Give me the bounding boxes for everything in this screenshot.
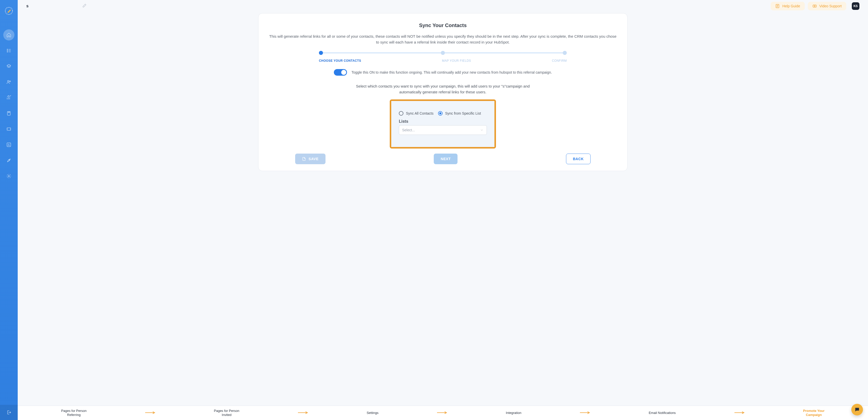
help-guide-button[interactable]: Help Guide — [771, 2, 805, 10]
arrow-icon — [580, 411, 590, 415]
nav-rocket-icon[interactable] — [3, 155, 14, 166]
next-button[interactable]: NEXT — [434, 154, 458, 164]
crumb-integration[interactable]: Integration — [506, 411, 521, 415]
arrow-icon — [298, 411, 308, 415]
svg-rect-25 — [813, 5, 816, 7]
step-label-1: CHOOSE YOUR CONTACTS — [319, 59, 361, 62]
nav-ticket-icon[interactable] — [3, 123, 14, 134]
crumb-settings[interactable]: Settings — [367, 411, 379, 415]
progress-breadcrumb: Pages for Person Referring Pages for Per… — [18, 406, 868, 420]
stepper — [319, 50, 567, 57]
app-logo — [2, 4, 16, 18]
svg-point-6 — [7, 52, 8, 52]
crumb-pages-referring[interactable]: Pages for Person Referring — [61, 409, 87, 417]
campaign-title: s — [26, 4, 29, 8]
svg-point-4 — [7, 50, 8, 51]
radio-dot-unselected — [399, 111, 403, 116]
nav-bookmark-icon[interactable] — [3, 108, 14, 119]
sidebar-nav — [3, 29, 14, 182]
radio-sync-list-label: Sync from Specific List — [445, 111, 481, 115]
page-title: Sync Your Contacts — [266, 23, 620, 28]
radio-sync-list[interactable]: Sync from Specific List — [438, 111, 481, 116]
nav-home-icon[interactable] — [3, 29, 14, 40]
topbar: s Help Guide Video Support KS — [18, 0, 868, 12]
svg-marker-8 — [7, 64, 11, 66]
page-description: This will generate referral links for al… — [268, 33, 617, 45]
sync-card: Sync Your Contacts This will generate re… — [258, 13, 627, 171]
ongoing-toggle[interactable] — [334, 69, 347, 76]
choice-card: Sync All Contacts Sync from Specific Lis… — [391, 101, 494, 147]
content: Sync Your Contacts This will generate re… — [18, 12, 868, 406]
radio-sync-all-label: Sync All Contacts — [406, 111, 433, 115]
svg-point-19 — [9, 160, 10, 160]
radio-dot-selected — [438, 111, 443, 116]
ongoing-toggle-description: Toggle this ON to make this function ong… — [351, 70, 552, 74]
select-contacts-description: Select which contacts you want to sync w… — [347, 83, 539, 95]
svg-rect-14 — [7, 112, 10, 115]
lists-select[interactable]: Select... — [399, 125, 487, 135]
svg-marker-26 — [814, 6, 815, 7]
step-dot-2 — [441, 51, 445, 55]
nav-stack-icon[interactable] — [3, 61, 14, 72]
sidebar — [0, 0, 18, 420]
crumb-email-notifications[interactable]: Email Notifications — [649, 411, 676, 415]
arrow-icon — [145, 411, 155, 415]
arrow-icon — [437, 411, 447, 415]
nav-graph-icon[interactable] — [3, 139, 14, 150]
crumb-pages-invited[interactable]: Pages for Person Invited — [214, 409, 239, 417]
highlighted-choice-box: Sync All Contacts Sync from Specific Lis… — [390, 99, 496, 149]
radio-sync-all[interactable]: Sync All Contacts — [399, 111, 433, 116]
step-labels: CHOOSE YOUR CONTACTS MAP YOUR FIELDS CON… — [319, 59, 567, 62]
svg-point-2 — [7, 49, 8, 50]
save-icon — [302, 157, 306, 161]
step-dot-3 — [563, 51, 567, 55]
action-row: SAVE NEXT BACK — [293, 154, 592, 164]
video-support-label: Video Support — [819, 4, 842, 8]
svg-point-9 — [8, 81, 9, 82]
back-button-label: BACK — [573, 157, 584, 161]
step-label-2: MAP YOUR FIELDS — [442, 59, 471, 62]
step-dot-1 — [319, 51, 323, 55]
ongoing-toggle-row: Toggle this ON to make this function ong… — [266, 69, 620, 76]
nav-exit-icon[interactable] — [0, 405, 18, 420]
back-button[interactable]: BACK — [566, 154, 591, 164]
crumb-promote-campaign[interactable]: Promote Your Campaign — [803, 409, 825, 417]
help-guide-label: Help Guide — [782, 4, 800, 8]
save-button-label: SAVE — [309, 157, 319, 161]
lists-label: Lists — [399, 119, 487, 124]
lists-select-placeholder: Select... — [402, 128, 415, 132]
svg-point-10 — [10, 81, 11, 82]
main: s Help Guide Video Support KS Sync Your … — [18, 0, 868, 420]
step-label-3: CONFIRM — [552, 59, 567, 62]
svg-marker-1 — [7, 9, 11, 13]
nav-analytics-icon[interactable] — [3, 92, 14, 103]
edit-title-icon[interactable] — [82, 3, 87, 9]
chevron-down-icon — [480, 128, 484, 132]
arrow-icon — [735, 411, 745, 415]
video-support-button[interactable]: Video Support — [808, 2, 846, 10]
user-avatar[interactable]: KS — [852, 2, 859, 10]
save-button[interactable]: SAVE — [295, 154, 326, 164]
nav-users-icon[interactable] — [3, 77, 14, 88]
sync-mode-radios: Sync All Contacts Sync from Specific Lis… — [399, 111, 487, 116]
next-button-label: NEXT — [441, 157, 451, 161]
nav-settings-icon[interactable] — [3, 171, 14, 182]
chat-bubble-button[interactable] — [851, 404, 863, 415]
nav-list-icon[interactable] — [3, 45, 14, 56]
svg-point-20 — [8, 176, 10, 177]
